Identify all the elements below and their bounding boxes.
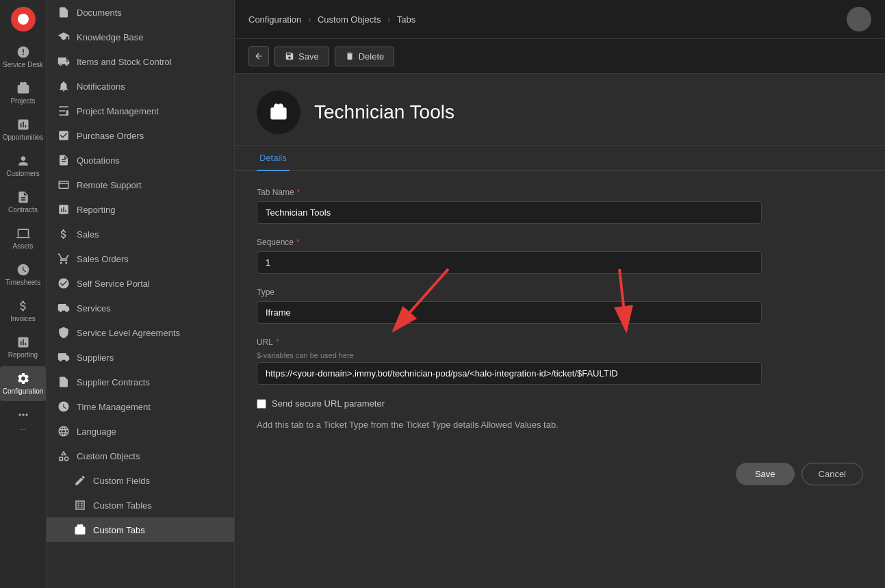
menu-item-supplier-contracts[interactable]: Supplier Contracts [47,370,234,394]
menu-item-sales-orders[interactable]: Sales Orders [47,246,234,271]
menu-item-custom-objects[interactable]: Custom Objects [47,444,234,468]
breadcrumb: Configuration › Custom Objects › Tabs [248,14,838,25]
sidebar-icon-label: Timesheets [5,279,40,287]
sidebar-icon-reporting[interactable]: Reporting [0,330,46,365]
menu-item-knowledge-base[interactable]: Knowledge Base [47,25,234,49]
sidebar-icon-timesheets[interactable]: Timesheets [0,257,46,292]
menu-item-remote-support[interactable]: Remote Support [47,172,234,197]
sequence-input[interactable] [257,251,762,274]
sequence-label: Sequence * [257,238,762,247]
tab-name-input[interactable] [257,201,762,224]
sidebar-icon-label: Service Desk [3,61,43,69]
menu-item-time-management[interactable]: Time Management [47,394,234,419]
url-input[interactable] [257,362,762,385]
menu-item-reporting[interactable]: Reporting [47,197,234,222]
menu-item-sales[interactable]: Sales [47,222,234,246]
menu-item-services[interactable]: Services [47,296,234,320]
sidebar-icon-invoices[interactable]: Invoices [0,294,46,329]
sidebar-icon-configuration[interactable]: Configuration [0,366,46,401]
form-group-url: URL * $-variables can be used here [257,337,762,385]
sidebar-icon-contracts[interactable]: Contracts [0,185,46,220]
menu-item-suppliers[interactable]: Suppliers [47,345,234,370]
menu-item-custom-fields[interactable]: Custom Fields [47,468,234,493]
sidebar-icon-label: Configuration [3,387,43,396]
required-indicator: * [297,188,300,197]
menu-item-self-service-portal[interactable]: Self Service Portal [47,271,234,296]
sidebar-icon-opportunities[interactable]: Opportunities [0,112,46,147]
toolbar: Save Delete [235,39,885,74]
required-indicator: * [296,238,300,247]
sidebar-icon-label: Customers [6,170,39,178]
sidebar-icon-label: Contracts [8,206,38,214]
icon-sidebar: Service Desk Projects Opportunities Cust… [0,0,47,588]
form-group-sequence: Sequence * [257,238,762,274]
record-header: Technician Tools [235,74,885,146]
sidebar-icon-customers[interactable]: Customers [0,149,46,183]
type-input[interactable] [257,301,762,324]
sidebar-icon-label: Opportunities [3,133,43,142]
content-area: Technician Tools Details Tab Name * Sequ… [235,74,885,588]
main-content: Configuration › Custom Objects › Tabs Sa… [235,0,885,588]
user-avatar[interactable] [847,7,871,31]
sidebar-icon-label: Projects [10,97,35,105]
form-cancel-button[interactable]: Cancel [801,463,863,485]
app-logo[interactable] [11,7,36,31]
back-button[interactable] [248,46,269,66]
menu-item-sla[interactable]: Service Level Agreements [47,320,234,345]
sidebar-icon-assets[interactable]: Assets [0,221,46,256]
required-indicator: * [276,337,279,347]
sidebar-icon-service-desk[interactable]: Service Desk [0,40,46,75]
form-area: Tab Name * Sequence * Type [235,171,885,463]
record-icon [257,90,300,134]
menu-item-items-stock[interactable]: Items and Stock Control [47,49,234,74]
menu-item-custom-tabs[interactable]: Custom Tabs [47,517,234,542]
tab-details[interactable]: Details [257,146,290,171]
url-hint: $-variables can be used here [257,351,762,359]
menu-item-language[interactable]: Language [47,419,234,444]
form-group-tab-name: Tab Name * [257,188,762,224]
url-label: URL * [257,337,762,347]
topbar: Configuration › Custom Objects › Tabs [235,0,885,39]
sidebar-icon-label: ... [20,424,25,432]
form-save-button[interactable]: Save [736,463,795,485]
save-button[interactable]: Save [274,47,329,66]
info-text: Add this tab to a Ticket Type from the T… [257,420,762,430]
menu-item-custom-tables[interactable]: Custom Tables [47,493,234,517]
sidebar-icon-more[interactable]: ... [0,402,46,437]
type-label: Type [257,287,762,297]
menu-sidebar: Documents Knowledge Base Items and Stock… [47,0,235,588]
sidebar-icon-projects[interactable]: Projects [0,76,46,111]
record-title: Technician Tools [314,101,454,123]
send-secure-checkbox[interactable] [257,399,266,409]
form-group-type: Type [257,287,762,324]
detail-tabs: Details [235,146,885,171]
delete-button[interactable]: Delete [335,47,395,66]
tab-name-label: Tab Name * [257,188,762,197]
menu-item-purchase-orders[interactable]: Purchase Orders [47,123,234,148]
menu-item-project-management[interactable]: Project Management [47,99,234,123]
send-secure-row: Send secure URL parameter [257,398,762,409]
menu-item-quotations[interactable]: Quotations [47,148,234,172]
menu-item-notifications[interactable]: Notifications [47,74,234,99]
form-actions: Save Cancel [235,463,885,502]
sidebar-icon-label: Assets [12,242,33,251]
sidebar-icon-label: Reporting [8,351,38,359]
menu-item-documents[interactable]: Documents [47,0,234,25]
send-secure-label[interactable]: Send secure URL parameter [272,398,385,409]
sidebar-icon-label: Invoices [10,315,36,323]
